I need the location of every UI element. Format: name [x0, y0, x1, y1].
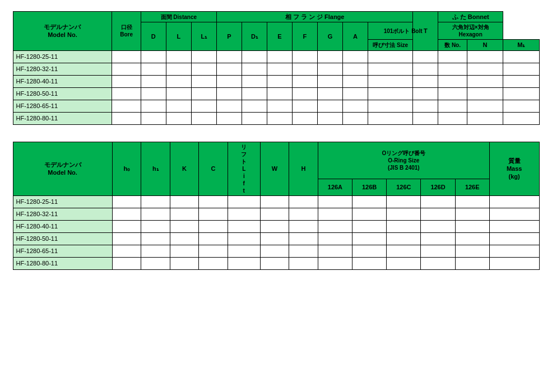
H-header: H	[289, 142, 318, 195]
mass-header: 質量Mass(kg)	[489, 142, 539, 195]
bonnet-header: ふ た Bonnet	[438, 12, 503, 22]
126D-header: 126D	[421, 179, 455, 195]
table1: モデルナンバModel No. 口径Bore 面間 Distance 相 フ ラ…	[13, 11, 540, 125]
126E-header: 126E	[455, 179, 489, 195]
no-header: 数 No.	[438, 40, 467, 50]
model-cell: HF-1280-32-11	[13, 63, 112, 75]
bolt-header: 101ボルト Bolt	[368, 22, 438, 40]
table-row: HF-1280-65-11	[13, 245, 539, 257]
flange-header: 相 フ ラ ン ジ Flange	[216, 12, 412, 22]
K-header: K	[170, 142, 199, 195]
model-cell: HF-1280-65-11	[13, 245, 112, 257]
model-cell: HF-1280-25-11	[13, 195, 112, 208]
model-cell: HF-1280-25-11	[13, 50, 112, 63]
table-row: HF-1280-32-11	[13, 63, 539, 75]
model-cell: HF-1280-40-11	[13, 220, 112, 232]
model-header-2: モデルナンバModel No.	[13, 142, 112, 195]
model-cell: HF-1280-40-11	[13, 75, 112, 87]
table-row: HF-1280-25-11	[13, 195, 539, 208]
model-cell: HF-1280-50-11	[13, 232, 112, 245]
model-cell: HF-1280-50-11	[13, 87, 112, 100]
lift-header: リフトLift	[228, 142, 260, 195]
N-header: N	[467, 40, 503, 50]
D-header: D	[141, 22, 166, 50]
table-row: HF-1280-50-11	[13, 87, 539, 100]
P-header: P	[216, 22, 242, 50]
126A-header: 126A	[318, 179, 352, 195]
G-header: G	[317, 22, 342, 50]
distance-header: 面間 Distance	[141, 12, 216, 22]
table2: モデルナンバModel No. h₀ h₁ K C リフトLift W H Oリ…	[13, 142, 540, 270]
M1-header: M₁	[503, 40, 539, 50]
table1-container: モデルナンバModel No. 口径Bore 面間 Distance 相 フ ラ…	[13, 11, 540, 125]
model-cell: HF-1280-80-11	[13, 112, 112, 124]
126C-header: 126C	[387, 179, 421, 195]
model-cell: HF-1280-80-11	[13, 257, 112, 269]
table-row: HF-1280-80-11	[13, 112, 539, 124]
h1-header: h₁	[141, 142, 170, 195]
table-row: HF-1280-80-11	[13, 257, 539, 269]
bore-header: 口径Bore	[112, 12, 141, 51]
table-row: HF-1280-40-11	[13, 220, 539, 232]
model-header-1: モデルナンバModel No.	[13, 12, 112, 51]
L-header: L	[166, 22, 191, 50]
table-row: HF-1280-65-11	[13, 100, 539, 112]
table2-container: モデルナンバModel No. h₀ h₁ K C リフトLift W H Oリ…	[13, 142, 540, 270]
model-cell: HF-1280-65-11	[13, 100, 112, 112]
W-header: W	[260, 142, 289, 195]
L1-header: L₁	[191, 22, 216, 50]
A-header: A	[342, 22, 368, 50]
hexagon-header: 六角対辺×対角Hexagon	[438, 22, 503, 40]
table-row: HF-1280-40-11	[13, 75, 539, 87]
D1-header: D₁	[242, 22, 267, 50]
size-header: 呼び寸法 Size	[368, 40, 412, 50]
oring-header: Oリング呼び番号O-Ring Size(JIS B 2401)	[318, 142, 489, 179]
table-row: HF-1280-32-11	[13, 208, 539, 220]
table-row: HF-1280-50-11	[13, 232, 539, 245]
F-header: F	[292, 22, 317, 50]
h0-header: h₀	[112, 142, 141, 195]
E-header: E	[267, 22, 292, 50]
model-cell: HF-1280-32-11	[13, 208, 112, 220]
126B-header: 126B	[352, 179, 387, 195]
C-header: C	[199, 142, 228, 195]
table-row: HF-1280-25-11	[13, 50, 539, 63]
